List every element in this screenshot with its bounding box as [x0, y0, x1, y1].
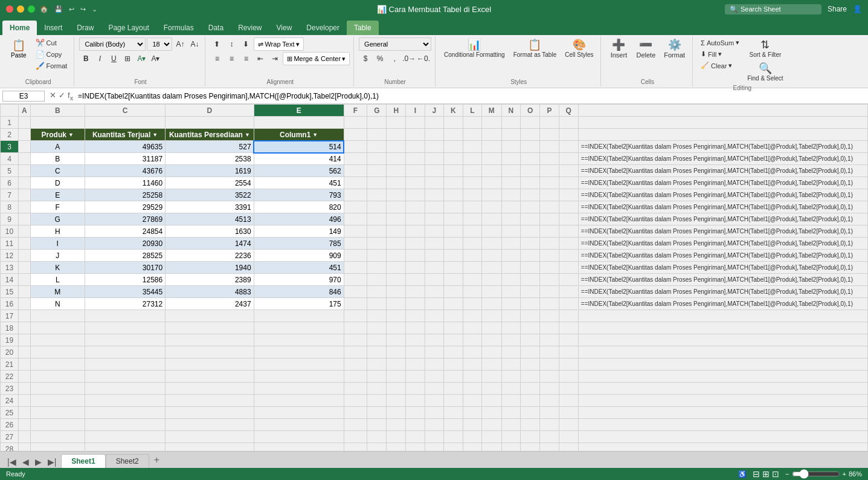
- cell[interactable]: [559, 371, 578, 383]
- delete-button[interactable]: ➖ Delete: [632, 37, 659, 60]
- cell-produk[interactable]: A: [30, 141, 85, 153]
- row-header[interactable]: 17: [1, 310, 19, 322]
- cell[interactable]: [406, 262, 425, 274]
- col-header-A[interactable]: A: [19, 105, 31, 117]
- dropdown-arrow[interactable]: ▼: [245, 132, 250, 138]
- close-button[interactable]: [6, 5, 13, 13]
- align-left-button[interactable]: ≡: [210, 52, 223, 65]
- align-center-button[interactable]: ≡: [225, 52, 238, 65]
- cell[interactable]: [425, 334, 443, 346]
- cell[interactable]: [406, 165, 425, 177]
- cell[interactable]: [443, 431, 463, 443]
- cell[interactable]: [482, 395, 501, 407]
- cell[interactable]: [344, 165, 367, 177]
- cell[interactable]: [501, 189, 521, 201]
- border-button[interactable]: ⊞: [121, 52, 134, 65]
- cell-terjual[interactable]: 29529: [85, 201, 165, 213]
- cell[interactable]: [387, 225, 406, 238]
- cell[interactable]: [482, 334, 501, 346]
- cell[interactable]: [367, 177, 387, 189]
- cell[interactable]: [501, 322, 521, 334]
- first-sheet-button[interactable]: |◀: [5, 456, 19, 468]
- cell[interactable]: [85, 431, 165, 443]
- cell-column1[interactable]: 846: [254, 286, 344, 298]
- cell[interactable]: [367, 225, 387, 238]
- cell[interactable]: [501, 298, 521, 310]
- table-header-persediaan[interactable]: Kuantitas Persediaan ▼: [166, 129, 254, 141]
- cell-persediaan[interactable]: 1474: [166, 238, 254, 250]
- cell[interactable]: [30, 395, 85, 407]
- cell[interactable]: [425, 225, 443, 238]
- cell[interactable]: [367, 141, 387, 153]
- cell[interactable]: [387, 310, 406, 322]
- cell-terjual[interactable]: 27869: [85, 213, 165, 225]
- cell[interactable]: [254, 322, 344, 334]
- merge-center-button[interactable]: ⊞ Merge & Center ▾: [283, 52, 350, 65]
- cell[interactable]: [521, 165, 540, 177]
- cell[interactable]: [540, 141, 559, 153]
- row-header[interactable]: 22: [1, 371, 19, 383]
- cell[interactable]: [367, 238, 387, 250]
- cell[interactable]: [254, 431, 344, 443]
- cell[interactable]: [406, 395, 425, 407]
- cell[interactable]: [559, 213, 578, 225]
- cell[interactable]: [344, 322, 367, 334]
- cell-formula[interactable]: ==INDEX(Tabel2[Kuantitas dalam Proses Pe…: [578, 225, 867, 238]
- cell[interactable]: [443, 407, 463, 419]
- tab-draw[interactable]: Draw: [69, 21, 101, 35]
- cell-column1[interactable]: 785: [254, 238, 344, 250]
- cell[interactable]: [30, 419, 85, 431]
- cell-column1[interactable]: 451: [254, 262, 344, 274]
- cell[interactable]: [521, 334, 540, 346]
- cell[interactable]: [367, 358, 387, 371]
- cell[interactable]: [254, 395, 344, 407]
- cell[interactable]: [344, 358, 367, 371]
- cell-terjual[interactable]: 28525: [85, 250, 165, 262]
- cell[interactable]: [482, 358, 501, 371]
- copy-button[interactable]: 📄 Copy: [33, 49, 71, 60]
- cell[interactable]: [482, 262, 501, 274]
- cell[interactable]: [521, 322, 540, 334]
- cell[interactable]: [559, 334, 578, 346]
- cell[interactable]: [443, 153, 463, 165]
- row-header[interactable]: 7: [1, 189, 19, 201]
- cell-produk[interactable]: F: [30, 201, 85, 213]
- cell[interactable]: [406, 298, 425, 310]
- cell[interactable]: [578, 117, 867, 129]
- cell[interactable]: [344, 431, 367, 443]
- row-header[interactable]: 10: [1, 225, 19, 238]
- cell-produk[interactable]: N: [30, 298, 85, 310]
- cell[interactable]: [540, 358, 559, 371]
- cell[interactable]: [482, 346, 501, 358]
- row-header[interactable]: 19: [1, 334, 19, 346]
- font-family-select[interactable]: Calibri (Body): [79, 37, 146, 51]
- cell[interactable]: [540, 153, 559, 165]
- increase-decimal-button[interactable]: .0→: [402, 52, 416, 65]
- cell[interactable]: [501, 346, 521, 358]
- cell[interactable]: [540, 286, 559, 298]
- cell-produk[interactable]: C: [30, 165, 85, 177]
- cell[interactable]: [521, 153, 540, 165]
- cell[interactable]: [30, 407, 85, 419]
- cell-persediaan[interactable]: 2236: [166, 250, 254, 262]
- cell[interactable]: [482, 371, 501, 383]
- cell[interactable]: [406, 129, 425, 141]
- cell[interactable]: [501, 407, 521, 419]
- cell[interactable]: [463, 322, 481, 334]
- cell[interactable]: [540, 238, 559, 250]
- cell[interactable]: [30, 371, 85, 383]
- cell[interactable]: [578, 358, 867, 371]
- cell[interactable]: [425, 238, 443, 250]
- cell[interactable]: [85, 407, 165, 419]
- cell[interactable]: [463, 431, 481, 443]
- col-header-formula[interactable]: [578, 105, 867, 117]
- italic-button[interactable]: I: [93, 52, 106, 65]
- cell[interactable]: [501, 141, 521, 153]
- cell[interactable]: [482, 419, 501, 431]
- cell[interactable]: [406, 334, 425, 346]
- cell[interactable]: [85, 395, 165, 407]
- cell[interactable]: [482, 129, 501, 141]
- cell[interactable]: [482, 443, 501, 452]
- cell[interactable]: [19, 346, 31, 358]
- cell[interactable]: [482, 177, 501, 189]
